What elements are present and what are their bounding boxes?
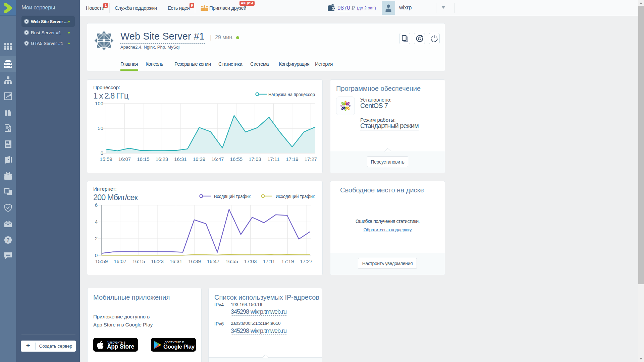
svg-text:2: 2 bbox=[95, 236, 98, 241]
svg-text:17:11: 17:11 bbox=[267, 156, 279, 162]
svg-text:17:27: 17:27 bbox=[300, 258, 313, 264]
svg-text:6: 6 bbox=[95, 202, 98, 208]
svg-text:17:03: 17:03 bbox=[249, 156, 261, 162]
svg-text:?: ? bbox=[6, 237, 10, 243]
svg-text:16:15: 16:15 bbox=[137, 156, 150, 162]
svg-text:16:55: 16:55 bbox=[230, 156, 243, 162]
svg-text:16:47: 16:47 bbox=[207, 258, 220, 264]
svg-text:16:55: 16:55 bbox=[225, 258, 238, 264]
svg-text:0: 0 bbox=[101, 150, 103, 156]
svg-text:16:31: 16:31 bbox=[170, 258, 182, 264]
svg-text:16:07: 16:07 bbox=[114, 258, 126, 264]
svg-text:16:07: 16:07 bbox=[118, 156, 131, 162]
svg-text:4: 4 bbox=[95, 219, 98, 225]
svg-text:16:39: 16:39 bbox=[193, 156, 206, 162]
svg-text:100: 100 bbox=[95, 101, 103, 106]
svg-text:Нагрузка на процессор: Нагрузка на процессор bbox=[268, 92, 315, 97]
svg-text:17:19: 17:19 bbox=[281, 258, 294, 264]
svg-text:17:19: 17:19 bbox=[286, 156, 299, 162]
svg-text:Исходящий трафик: Исходящий трафик bbox=[276, 193, 315, 199]
svg-text:16:47: 16:47 bbox=[211, 156, 224, 162]
svg-text:16:23: 16:23 bbox=[156, 156, 168, 162]
svg-text:15:59: 15:59 bbox=[100, 156, 112, 162]
svg-text:16:23: 16:23 bbox=[151, 258, 164, 264]
svg-text:0: 0 bbox=[95, 252, 98, 258]
svg-text:Входящий трафик: Входящий трафик bbox=[214, 193, 251, 199]
svg-text:15:59: 15:59 bbox=[95, 258, 108, 264]
svg-text:50: 50 bbox=[98, 125, 103, 131]
svg-text:16:15: 16:15 bbox=[132, 258, 145, 264]
svg-text:16:39: 16:39 bbox=[188, 258, 201, 264]
svg-text:16:31: 16:31 bbox=[174, 156, 187, 162]
svg-text:17:03: 17:03 bbox=[244, 258, 257, 264]
svg-text:17:11: 17:11 bbox=[263, 258, 275, 264]
svg-text:17:27: 17:27 bbox=[305, 156, 317, 162]
